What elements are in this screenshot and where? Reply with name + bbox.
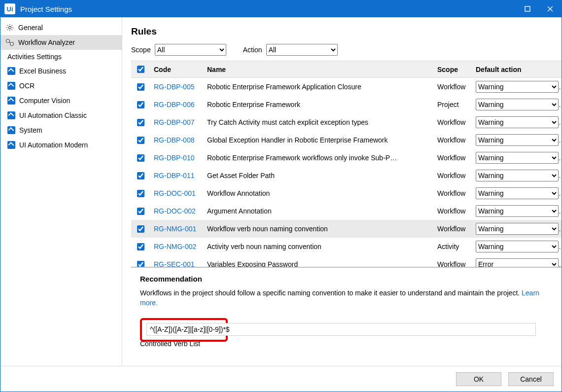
rule-code-link[interactable]: RG-SEC-001 (154, 260, 194, 267)
sidebar-activity-item[interactable]: System (0, 123, 122, 138)
rule-name: Try Catch Activity must catch explicit e… (203, 113, 433, 131)
header-name[interactable]: Name (203, 61, 433, 78)
main-panel: Rules Scope All Action All Code Name Sco… (122, 17, 562, 366)
header-default-action[interactable]: Default action (472, 61, 562, 78)
sidebar-item-label: General (18, 24, 43, 32)
analyzer-icon (5, 38, 14, 47)
rule-code-link[interactable]: RG-DBP-006 (154, 101, 194, 108)
svg-rect-0 (525, 6, 530, 11)
rule-action-select[interactable]: ErrorWarningInfoVerbose (476, 134, 559, 146)
rules-table-wrapper[interactable]: Code Name Scope Default action RG-DBP-00… (131, 61, 562, 267)
sidebar-activity-item[interactable]: OCR (0, 78, 122, 93)
cancel-button[interactable]: Cancel (508, 372, 554, 386)
rule-code-link[interactable]: RG-DOC-002 (154, 207, 196, 215)
rule-row[interactable]: RG-DBP-007Try Catch Activity must catch … (131, 113, 562, 131)
rule-code-link[interactable]: RG-DBP-005 (154, 83, 194, 91)
scope-select[interactable]: All (155, 44, 226, 56)
gear-icon (5, 23, 14, 32)
regex-input[interactable] (146, 323, 536, 336)
rule-name: Argument Annotation (203, 202, 433, 220)
rule-scope: Workflow (433, 131, 472, 149)
rule-action-select[interactable]: ErrorWarningInfoVerbose (476, 205, 559, 217)
sidebar-item-general[interactable]: General (0, 20, 122, 35)
rule-checkbox[interactable] (137, 83, 144, 91)
rule-checkbox[interactable] (137, 119, 144, 126)
activity-label: OCR (19, 82, 35, 90)
rule-scope: Workflow (433, 167, 472, 184)
rule-row[interactable]: RG-SEC-001Variables Exposing PasswordWor… (131, 255, 562, 267)
maximize-icon (525, 6, 530, 12)
rule-code-link[interactable]: RG-DOC-001 (154, 189, 196, 197)
project-settings-window: Ui Project Settings General Workflow Ana… (0, 0, 562, 392)
rule-name: Activity verb noun naming convention (203, 238, 433, 255)
rule-scope: Workflow (433, 113, 472, 131)
rule-action-select[interactable]: ErrorWarningInfoVerbose (476, 152, 559, 164)
rule-action-select[interactable]: ErrorWarningInfoVerbose (476, 258, 559, 267)
rule-action-select[interactable]: ErrorWarningInfoVerbose (476, 223, 559, 235)
rule-row[interactable]: RG-DBP-008Global Exception Handler in Ro… (131, 131, 562, 149)
rule-checkbox[interactable] (137, 101, 144, 108)
scope-label: Scope (131, 46, 151, 54)
svg-point-3 (9, 27, 11, 29)
rule-checkbox[interactable] (137, 137, 144, 144)
close-button[interactable] (539, 0, 562, 17)
sidebar-activity-item[interactable]: Computer Vision (0, 93, 122, 108)
sidebar-activity-item[interactable]: UI Automation Classic (0, 108, 122, 123)
rule-action-select[interactable]: ErrorWarningInfoVerbose (476, 187, 559, 199)
activity-label: Computer Vision (19, 97, 70, 105)
rule-row[interactable]: RG-DBP-010Robotic Enterprise Framework w… (131, 149, 562, 167)
rule-name: Variables Exposing Password (203, 255, 433, 267)
rule-checkbox[interactable] (137, 190, 144, 197)
action-filter-select[interactable]: All (266, 44, 338, 56)
rule-row[interactable]: RG-NMG-001Workflow verb noun naming conv… (131, 220, 562, 238)
maximize-button[interactable] (516, 0, 539, 17)
svg-line-6 (9, 42, 11, 43)
rule-checkbox[interactable] (137, 208, 144, 215)
dialog-footer: OK Cancel (0, 366, 562, 392)
rule-code-link[interactable]: RG-NMG-002 (154, 243, 196, 250)
recommendation-text: Workflows in the project should follow a… (140, 288, 543, 308)
rule-action-select[interactable]: ErrorWarningInfoVerbose (476, 241, 559, 252)
header-checkbox[interactable] (137, 66, 144, 73)
rule-scope: Workflow (433, 202, 472, 220)
rule-checkbox[interactable] (137, 154, 144, 162)
rule-row[interactable]: RG-DOC-002Argument AnnotationWorkflowErr… (131, 202, 562, 220)
rule-row[interactable]: RG-DBP-011Get Asset Folder PathWorkflowE… (131, 167, 562, 184)
ok-button[interactable]: OK (456, 372, 501, 386)
rule-row[interactable]: RG-DOC-001Workflow AnnotationWorkflowErr… (131, 184, 562, 202)
rule-code-link[interactable]: RG-DBP-008 (154, 136, 194, 144)
header-scope[interactable]: Scope (433, 61, 472, 78)
rule-code-link[interactable]: RG-DBP-007 (154, 118, 194, 126)
rule-checkbox[interactable] (137, 243, 144, 250)
rule-checkbox[interactable] (137, 261, 144, 267)
rule-checkbox[interactable] (137, 172, 144, 179)
rule-code-link[interactable]: RG-DBP-011 (154, 172, 194, 179)
sidebar-item-label: Workflow Analyzer (18, 38, 75, 46)
rule-code-link[interactable]: RG-NMG-001 (154, 225, 196, 233)
rule-code-link[interactable]: RG-DBP-010 (154, 154, 194, 162)
rules-heading: Rules (131, 26, 562, 37)
rule-name: Robotic Enterprise Framework Application… (203, 78, 433, 96)
filter-bar: Scope All Action All (131, 44, 562, 56)
sidebar-activity-item[interactable]: UI Automation Modern (0, 138, 122, 152)
rule-scope: Workflow (433, 184, 472, 202)
rule-checkbox[interactable] (137, 225, 144, 233)
rule-scope: Workflow (433, 149, 472, 167)
sidebar-activity-item[interactable]: Excel Business (0, 64, 122, 78)
rule-detail-panel[interactable]: Recommendation Workflows in the project … (131, 267, 562, 366)
sidebar-item-workflow-analyzer[interactable]: Workflow Analyzer (0, 35, 122, 50)
rule-name: Robotic Enterprise Framework workflows o… (203, 149, 433, 167)
rule-action-select[interactable]: ErrorWarningInfoVerbose (476, 99, 559, 110)
rule-action-select[interactable]: ErrorWarningInfoVerbose (476, 81, 559, 93)
sidebar: General Workflow Analyzer Activities Set… (0, 17, 122, 366)
activity-icon (7, 111, 15, 119)
rule-action-select[interactable]: ErrorWarningInfoVerbose (476, 170, 559, 181)
rule-row[interactable]: RG-DBP-006Robotic Enterprise FrameworkPr… (131, 96, 562, 113)
rule-row[interactable]: RG-DBP-005Robotic Enterprise Framework A… (131, 78, 562, 96)
rule-action-select[interactable]: ErrorWarningInfoVerbose (476, 116, 559, 128)
rule-scope: Activity (433, 238, 472, 255)
rules-table: Code Name Scope Default action RG-DBP-00… (131, 61, 562, 267)
header-code[interactable]: Code (150, 61, 203, 78)
rule-row[interactable]: RG-NMG-002Activity verb noun naming conv… (131, 238, 562, 255)
action-label: Action (243, 46, 262, 54)
